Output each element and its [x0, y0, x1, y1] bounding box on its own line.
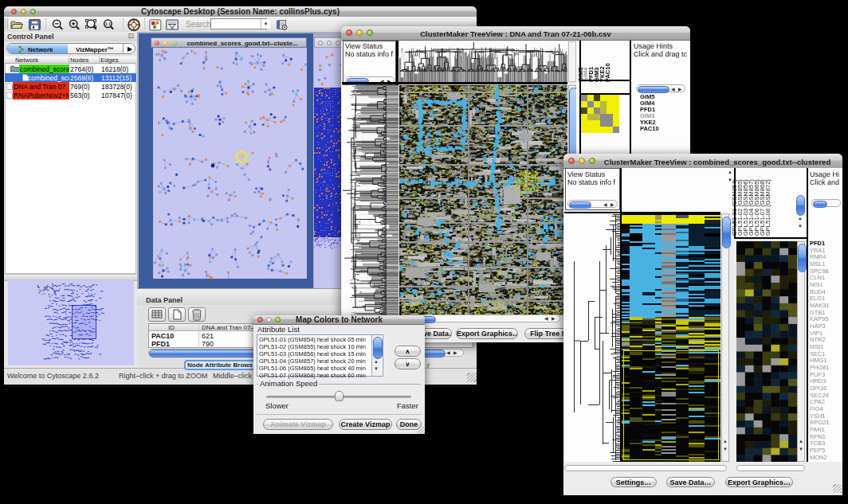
svg-text:1:1: 1:1	[105, 21, 111, 26]
